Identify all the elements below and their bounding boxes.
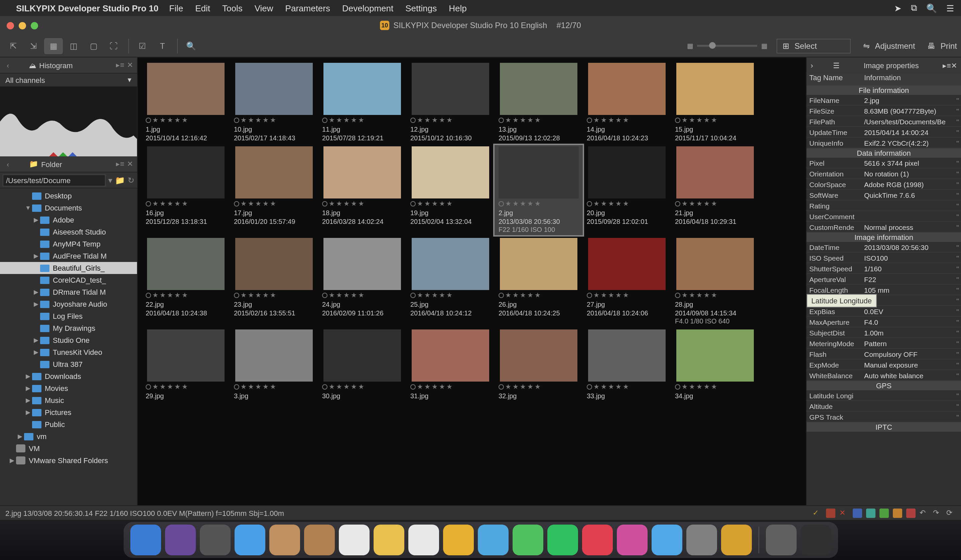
folder-tree-item[interactable]: ▶Pictures (0, 406, 137, 418)
folder-tree-item[interactable]: ▶Music (0, 394, 137, 406)
copy-icon[interactable]: " (954, 117, 961, 125)
dock-app-icon[interactable] (617, 525, 647, 555)
rating-stars[interactable]: ★★★★★ (320, 290, 405, 300)
star-icon[interactable]: ★ (241, 291, 247, 299)
star-icon[interactable]: ★ (336, 383, 342, 390)
histogram-channels[interactable]: All channels▾ (0, 74, 137, 87)
star-icon[interactable]: ★ (593, 291, 599, 299)
status-tag-red-icon[interactable] (906, 508, 916, 518)
folder-tree-item[interactable]: Aiseesoft Studio (0, 226, 137, 238)
copy-icon[interactable]: " (954, 128, 961, 136)
star-icon[interactable]: ★ (439, 200, 445, 207)
star-icon[interactable]: ★ (417, 116, 423, 124)
star-icon[interactable]: ★ (417, 200, 423, 207)
star-icon[interactable]: ★ (505, 383, 511, 390)
copy-icon[interactable]: " (954, 361, 961, 369)
thumbnail-size-slider[interactable]: ▦ ▦ (687, 42, 767, 50)
star-icon[interactable]: ★ (174, 116, 180, 124)
star-icon[interactable]: ★ (248, 383, 254, 390)
mark-circle-icon[interactable] (322, 201, 328, 206)
cursor-icon[interactable]: ➤ (894, 3, 902, 13)
dock-app-icon[interactable] (686, 525, 717, 555)
mark-circle-icon[interactable] (498, 292, 504, 298)
star-icon[interactable]: ★ (520, 200, 526, 207)
status-tag-cyan-icon[interactable] (866, 508, 876, 518)
copy-icon[interactable]: " (954, 212, 961, 220)
folder-tree-item[interactable]: VM (0, 442, 137, 454)
star-icon[interactable]: ★ (527, 116, 533, 124)
status-tag-orange-icon[interactable] (893, 508, 902, 518)
folder-tree-item[interactable]: ▼Documents (0, 202, 137, 214)
star-icon[interactable]: ★ (351, 200, 357, 207)
star-icon[interactable]: ★ (689, 116, 695, 124)
star-icon[interactable]: ★ (681, 383, 688, 390)
dock-app-icon[interactable] (721, 525, 752, 555)
dock-app-icon[interactable] (800, 525, 831, 555)
status-tag-blue-icon[interactable] (853, 508, 862, 518)
star-icon[interactable]: ★ (358, 116, 364, 124)
star-icon[interactable]: ★ (424, 383, 431, 390)
thumbnail-item[interactable]: ★★★★★27.jpg2016/04/18 10:24:06 (584, 238, 670, 326)
thumbnail-item[interactable]: ★★★★★17.jpg2016/01/20 15:57:49 (231, 146, 317, 234)
copy-icon[interactable]: " (954, 412, 961, 421)
star-icon[interactable]: ★ (623, 383, 629, 390)
star-icon[interactable]: ★ (344, 291, 350, 299)
thumbnail-item[interactable]: ★★★★★28.jpg2014/09/08 14:15:34F4.0 1/80 … (672, 238, 758, 326)
text-tool-icon[interactable]: T (153, 38, 172, 54)
thumbnail-item[interactable]: ★★★★★14.jpg2016/04/18 10:24:23 (584, 63, 670, 142)
rating-stars[interactable]: ★★★★★ (672, 199, 758, 209)
disclosure-arrow-icon[interactable]: ▶ (8, 457, 16, 464)
status-tag-green-icon[interactable] (879, 508, 889, 518)
menu-view[interactable]: View (255, 3, 273, 13)
star-icon[interactable]: ★ (535, 200, 541, 207)
mark-circle-icon[interactable] (146, 201, 151, 206)
star-icon[interactable]: ★ (182, 200, 188, 207)
screens-icon[interactable]: ⧉ (911, 3, 917, 13)
collapse-icon[interactable]: ▸≡ (116, 160, 124, 168)
star-icon[interactable]: ★ (329, 200, 335, 207)
rating-stars[interactable]: ★★★★★ (496, 382, 582, 392)
star-icon[interactable]: ★ (439, 291, 445, 299)
adjustment-button[interactable]: ⇋ Adjustment (863, 41, 915, 50)
collapse-icon[interactable]: ▸≡ (943, 61, 951, 70)
star-icon[interactable]: ★ (270, 200, 276, 207)
status-copy-icon[interactable] (826, 508, 836, 518)
star-icon[interactable]: ★ (263, 200, 268, 207)
star-icon[interactable]: ★ (601, 200, 607, 207)
check-icon[interactable]: ☑ (133, 38, 152, 54)
mark-circle-icon[interactable] (146, 384, 151, 389)
copy-icon[interactable]: " (954, 159, 961, 167)
search-icon[interactable]: 🔍 (926, 3, 937, 13)
dock-app-icon[interactable] (339, 525, 369, 555)
menu-tools[interactable]: Tools (222, 3, 243, 13)
status-check-icon[interactable]: ✓ (813, 508, 822, 518)
star-icon[interactable]: ★ (153, 291, 158, 299)
rating-stars[interactable]: ★★★★★ (672, 115, 758, 125)
dock-app-icon[interactable] (765, 525, 796, 555)
star-icon[interactable]: ★ (255, 291, 261, 299)
star-icon[interactable]: ★ (505, 291, 511, 299)
star-icon[interactable]: ★ (358, 200, 364, 207)
mark-circle-icon[interactable] (146, 117, 151, 123)
fullscreen-icon[interactable]: ⛶ (104, 38, 123, 54)
rating-stars[interactable]: ★★★★★ (408, 382, 493, 392)
copy-icon[interactable]: " (954, 169, 961, 177)
star-icon[interactable]: ★ (263, 291, 268, 299)
star-icon[interactable]: ★ (535, 116, 541, 124)
star-icon[interactable]: ★ (241, 200, 247, 207)
rating-stars[interactable]: ★★★★★ (672, 382, 758, 392)
disclosure-arrow-icon[interactable]: ▶ (32, 217, 40, 223)
rating-stars[interactable]: ★★★★★ (143, 382, 228, 392)
star-icon[interactable]: ★ (704, 383, 710, 390)
rating-stars[interactable]: ★★★★★ (496, 199, 582, 209)
star-icon[interactable]: ★ (527, 383, 533, 390)
dock-app-icon[interactable] (199, 525, 230, 555)
star-icon[interactable]: ★ (447, 116, 452, 124)
refresh-icon[interactable]: ↻ (128, 175, 134, 185)
thumbnail-item[interactable]: ★★★★★11.jpg2015/07/28 12:19:21 (320, 63, 405, 142)
star-icon[interactable]: ★ (447, 200, 452, 207)
star-icon[interactable]: ★ (439, 383, 445, 390)
disclosure-arrow-icon[interactable]: ▶ (24, 397, 32, 404)
thumbnail-item[interactable]: ★★★★★23.jpg2015/02/16 13:55:51 (231, 238, 317, 326)
folder-tree-item[interactable]: ▶Movies (0, 382, 137, 394)
